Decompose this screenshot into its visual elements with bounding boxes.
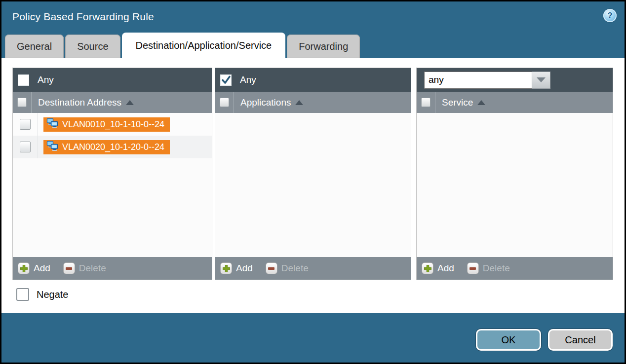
- dialog-title: Policy Based Forwarding Rule: [12, 11, 154, 23]
- delete-button[interactable]: Delete: [467, 262, 510, 274]
- minus-icon: [266, 262, 277, 274]
- table-row: VLAN0010_10-1-10-0--24: [13, 113, 212, 136]
- address-object-label: VLAN0020_10-1-20-0--24: [62, 142, 164, 152]
- delete-button[interactable]: Delete: [266, 262, 309, 274]
- service-list: [417, 113, 613, 257]
- service-dropdown-bar: [417, 68, 613, 92]
- sort-ascending-icon: [295, 100, 303, 105]
- cancel-button[interactable]: Cancel: [548, 329, 613, 351]
- destination-address-entry[interactable]: VLAN0010_10-1-10-0--24: [43, 117, 170, 132]
- network-icon: [46, 118, 59, 131]
- address-object-label: VLAN0010_10-1-10-0--24: [62, 119, 164, 130]
- tab-content: Any Destination Address: [1, 58, 625, 313]
- applications-list: [215, 113, 411, 257]
- plus-icon: [422, 262, 433, 274]
- dialog-footer: OK Cancel: [1, 313, 625, 363]
- table-row: VLAN0020_10-1-20-0--24: [13, 136, 212, 158]
- chevron-down-icon: [537, 77, 546, 82]
- tab-general[interactable]: General: [5, 35, 64, 58]
- negate-row: Negate: [12, 288, 625, 301]
- policy-based-forwarding-dialog: Policy Based Forwarding Rule ? General S…: [0, 0, 626, 364]
- destination-column-header: Destination Address: [13, 92, 212, 113]
- applications-any-bar: Any: [215, 68, 411, 92]
- service-select-all-checkbox[interactable]: [421, 98, 430, 107]
- add-button[interactable]: Add: [220, 262, 253, 274]
- service-list-footer: Add Delete: [417, 257, 613, 280]
- sort-ascending-icon: [477, 100, 485, 105]
- plus-icon: [220, 262, 232, 274]
- ok-button[interactable]: OK: [476, 329, 541, 351]
- applications-select-all-checkbox[interactable]: [220, 98, 229, 107]
- service-sort-header[interactable]: Service: [435, 97, 485, 108]
- network-icon: [46, 141, 59, 154]
- checkmark-icon: [221, 75, 231, 85]
- add-button[interactable]: Add: [18, 262, 50, 274]
- destination-select-all-checkbox[interactable]: [17, 98, 27, 107]
- destination-address-panel: Any Destination Address: [12, 68, 212, 280]
- destination-address-sort-header[interactable]: Destination Address: [32, 97, 134, 108]
- destination-any-bar: Any: [13, 68, 212, 92]
- row-checkbox[interactable]: [20, 142, 31, 152]
- service-panel: Service Add Delete: [416, 68, 613, 280]
- applications-any-checkbox[interactable]: [220, 74, 232, 86]
- minus-icon: [467, 262, 479, 274]
- tab-destination-application-service[interactable]: Destination/Application/Service: [122, 33, 286, 58]
- tab-bar: General Source Destination/Application/S…: [1, 32, 625, 58]
- sort-ascending-icon: [126, 100, 134, 105]
- add-button[interactable]: Add: [422, 262, 454, 274]
- destination-address-list: VLAN0010_10-1-10-0--24: [13, 113, 212, 257]
- delete-button[interactable]: Delete: [63, 262, 106, 274]
- applications-any-label: Any: [240, 74, 256, 85]
- tab-forwarding[interactable]: Forwarding: [287, 35, 360, 58]
- service-column-header: Service: [417, 92, 613, 113]
- row-checkbox[interactable]: [20, 119, 31, 130]
- negate-checkbox[interactable]: [16, 288, 29, 301]
- destination-any-label: Any: [38, 74, 54, 85]
- tab-source[interactable]: Source: [65, 35, 120, 58]
- help-icon[interactable]: ?: [603, 9, 617, 22]
- plus-icon: [18, 262, 30, 274]
- negate-label: Negate: [37, 289, 69, 300]
- destination-list-footer: Add Delete: [13, 257, 212, 280]
- service-dropdown-button[interactable]: [532, 72, 550, 89]
- title-bar: Policy Based Forwarding Rule ?: [1, 1, 625, 32]
- service-dropdown-input[interactable]: [424, 72, 532, 89]
- applications-list-footer: Add Delete: [215, 257, 411, 280]
- service-dropdown: [424, 72, 550, 89]
- applications-column-header: Applications: [215, 92, 411, 113]
- destination-any-checkbox[interactable]: [18, 74, 29, 86]
- destination-address-entry[interactable]: VLAN0020_10-1-20-0--24: [43, 140, 170, 154]
- applications-panel: Any Applications Add: [215, 68, 411, 280]
- minus-icon: [63, 262, 75, 274]
- applications-sort-header[interactable]: Applications: [234, 97, 303, 108]
